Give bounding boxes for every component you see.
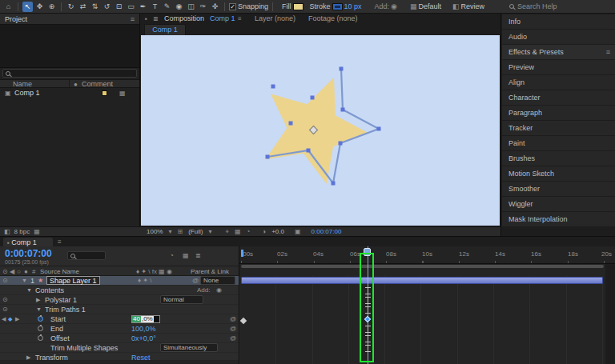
- tab-layer[interactable]: Layer (none): [255, 14, 295, 24]
- property-label[interactable]: Trim Multiple Shapes: [50, 343, 118, 353]
- pickwhip-icon[interactable]: @: [230, 324, 236, 334]
- fast-previews-icon[interactable]: ◔: [247, 228, 251, 235]
- group-row-polystar-1[interactable]: ⊙ ▶ Polystar 1 Normal: [0, 295, 239, 305]
- puppet-pin-tool-icon[interactable]: ✜: [210, 2, 220, 12]
- current-keyframe-icon[interactable]: ◆: [8, 314, 12, 324]
- sidebar-item-tracker[interactable]: Tracker: [502, 121, 615, 135]
- composition-mini-flowchart-icon[interactable]: ◔: [170, 252, 174, 259]
- sidebar-item-preview[interactable]: Preview: [502, 60, 615, 74]
- parent-dropdown[interactable]: None: [200, 276, 235, 285]
- twirl-closed-icon[interactable]: ▶: [36, 295, 40, 305]
- fill-color-swatch[interactable]: [293, 3, 303, 10]
- pen-tool-icon[interactable]: ✒: [138, 2, 148, 12]
- shape-tool-icon[interactable]: ▭: [126, 2, 136, 12]
- home-icon[interactable]: ⌂: [3, 2, 14, 12]
- group-row-transform[interactable]: ▶ Transform Reset: [0, 353, 239, 362]
- pan-camera-tool-icon[interactable]: ⇄: [78, 2, 88, 12]
- exposure-icon[interactable]: ◑: [262, 228, 266, 235]
- dolly-tool-icon[interactable]: ⇅: [90, 2, 100, 12]
- frame-blending-icon[interactable]: ≣: [195, 252, 201, 259]
- group-label[interactable]: Transform: [35, 353, 68, 362]
- selection-tool-icon[interactable]: ↖: [22, 2, 33, 12]
- snapshot-camera-icon[interactable]: ▣: [295, 228, 301, 235]
- comp-viewer-tab[interactable]: Comp 1: [144, 24, 186, 35]
- zoom-level-dropdown[interactable]: 100%: [147, 228, 163, 235]
- workspace-selector[interactable]: Default: [418, 2, 441, 10]
- twirl-open-icon[interactable]: ▼: [26, 286, 32, 295]
- roto-brush-tool-icon[interactable]: ✑: [198, 2, 208, 12]
- pickwhip-icon[interactable]: @: [230, 314, 236, 324]
- review-button[interactable]: Review: [461, 2, 485, 10]
- panel-menu-icon[interactable]: ≡: [606, 45, 610, 59]
- label-color-chip[interactable]: [102, 90, 107, 96]
- clone-stamp-tool-icon[interactable]: ◉: [174, 2, 184, 12]
- stopwatch-icon[interactable]: [38, 335, 43, 341]
- timeline-track-area[interactable]: :00s 02s 04s 06s 08s 10s 12s 14s 16s 18s…: [239, 246, 615, 364]
- eye-icon[interactable]: ⊙: [2, 295, 8, 305]
- render-queue-icon[interactable]: ▦: [34, 228, 40, 235]
- timeline-search-input[interactable]: [67, 251, 106, 260]
- trim-multiple-shapes-dropdown[interactable]: Simultaneously: [160, 343, 218, 352]
- twirl-open-icon[interactable]: ▼: [22, 276, 27, 286]
- orbit-tool-icon[interactable]: ↻: [66, 2, 76, 12]
- property-row-start[interactable]: ◀ ◆ ▶ Start 40,0% @: [0, 314, 239, 324]
- sidebar-item-paragraph[interactable]: Paragraph: [502, 106, 615, 120]
- sidebar-item-info[interactable]: Info: [502, 14, 615, 29]
- group-row-contents[interactable]: ▼ Contents Add: ◉: [0, 286, 239, 295]
- group-label[interactable]: Trim Paths 1: [45, 305, 86, 314]
- blend-mode-dropdown[interactable]: Normal: [160, 295, 203, 304]
- layer-duration-bar[interactable]: [241, 277, 603, 284]
- panel-menu-icon[interactable]: ≡: [58, 238, 62, 246]
- layer-row-shape-layer-1[interactable]: ⊙ ▼ 1 ★ Shape Layer 1 ♦ ✦ \ @ None: [0, 276, 239, 286]
- dropdown-caret-icon[interactable]: ▾: [208, 228, 211, 235]
- layer-switches-icons[interactable]: ♦ ✦ \: [138, 276, 151, 286]
- transform-reset-link[interactable]: Reset: [131, 353, 151, 362]
- sidebar-item-effects-presets[interactable]: Effects & Presets ≡: [502, 45, 615, 59]
- tab-composition-name[interactable]: Comp 1: [210, 14, 235, 24]
- time-ruler[interactable]: :00s 02s 04s 06s 08s 10s 12s 14s 16s 18s…: [239, 246, 615, 264]
- composition-viewport[interactable]: [141, 35, 500, 226]
- sidebar-item-align[interactable]: Align: [502, 75, 615, 90]
- end-value[interactable]: 100,0%: [131, 324, 156, 334]
- brush-tool-icon[interactable]: ✎: [162, 2, 172, 12]
- layer-name-field[interactable]: Shape Layer 1: [46, 276, 100, 285]
- add-shape-icon[interactable]: ◉: [391, 2, 397, 10]
- pan-behind-tool-icon[interactable]: ⊡: [114, 2, 124, 12]
- help-search-field[interactable]: Search Help: [509, 2, 612, 10]
- project-column-headers[interactable]: Name ● Comment: [0, 79, 139, 88]
- property-row-end[interactable]: End 100,0% @: [0, 324, 239, 334]
- stroke-color-swatch[interactable]: [332, 3, 343, 10]
- hand-tool-icon[interactable]: ✥: [34, 2, 45, 12]
- pickwhip-icon[interactable]: @: [192, 276, 199, 286]
- column-comment[interactable]: Comment: [82, 80, 113, 89]
- sidebar-item-paint[interactable]: Paint: [502, 136, 615, 150]
- stopwatch-icon[interactable]: [38, 326, 43, 331]
- column-name[interactable]: Name: [13, 80, 32, 89]
- start-value-input[interactable]: 40,0%: [131, 315, 160, 323]
- sidebar-item-character[interactable]: Character: [502, 90, 615, 105]
- property-row-trim-multiple-shapes[interactable]: Trim Multiple Shapes Simultaneously: [0, 343, 239, 353]
- type-tool-icon[interactable]: T: [150, 2, 160, 12]
- offset-value[interactable]: 0x+0,0°: [131, 334, 156, 343]
- panel-menu-icon[interactable]: ≡: [238, 14, 242, 24]
- twirl-closed-icon[interactable]: ▶: [26, 353, 30, 362]
- prev-keyframe-icon[interactable]: ◀: [2, 314, 6, 324]
- current-time-field[interactable]: 0:00:07:00: [5, 248, 52, 259]
- group-label[interactable]: Polystar 1: [45, 295, 77, 305]
- project-search-input[interactable]: [2, 69, 137, 78]
- stroke-label[interactable]: Stroke: [310, 2, 331, 10]
- property-row-offset[interactable]: Offset 0x+0,0° @: [0, 334, 239, 343]
- work-area-bar[interactable]: [241, 265, 604, 268]
- transparency-grid-icon[interactable]: ▦: [235, 228, 241, 235]
- eraser-tool-icon[interactable]: ◫: [186, 2, 196, 12]
- resolution-dropdown[interactable]: (Full): [188, 228, 203, 235]
- pickwhip-icon[interactable]: @: [230, 334, 236, 343]
- project-item-name[interactable]: Comp 1: [14, 89, 40, 98]
- panel-menu-icon[interactable]: ≡: [131, 14, 135, 25]
- zoom-tool-icon[interactable]: ⊕: [46, 2, 57, 12]
- fill-label[interactable]: Fill: [282, 2, 291, 10]
- exposure-value[interactable]: +0.0: [271, 228, 284, 235]
- stopwatch-icon[interactable]: [38, 316, 43, 322]
- region-of-interest-icon[interactable]: ⌖: [225, 228, 229, 236]
- rotation-tool-icon[interactable]: ↺: [102, 2, 112, 12]
